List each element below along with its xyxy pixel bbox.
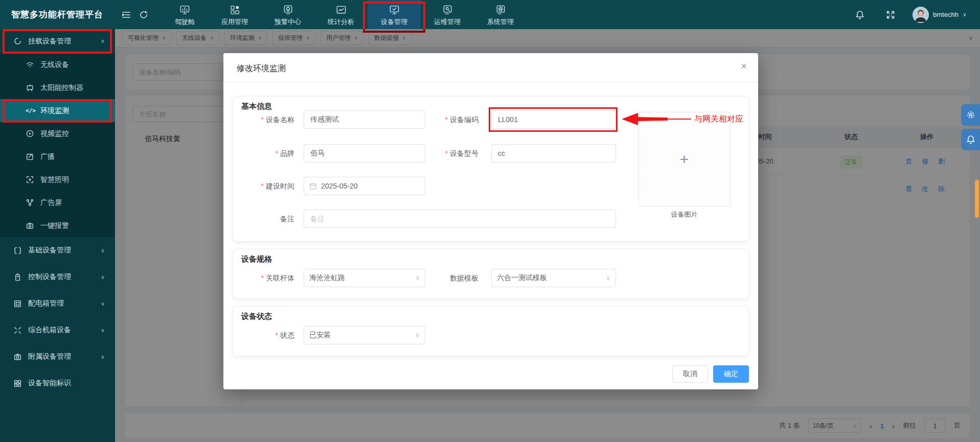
section-title-spec: 设备规格 — [241, 254, 272, 264]
play-circle-icon — [26, 129, 34, 138]
user-menu[interactable]: bmtechh ∨ — [913, 7, 967, 23]
required-mark: * — [261, 182, 264, 190]
cabinet-device-icon — [13, 326, 22, 335]
app-title: 智慧多功能杆管理平台 — [0, 9, 118, 20]
chevron-up-icon: ∧ — [101, 38, 105, 44]
nav-item-system[interactable]: 系统管理 — [474, 0, 527, 29]
fullscreen-button[interactable] — [882, 0, 899, 29]
broadcast-icon — [26, 152, 34, 161]
pole-label: *关联杆体 — [233, 269, 294, 287]
chevron-down-icon: ∨ — [101, 300, 105, 307]
alarm-camera-icon — [26, 221, 34, 230]
sidebar-item-solar-controller[interactable]: 太阳能控制器 — [0, 76, 115, 99]
device-name-label: *设备名称 — [233, 110, 294, 129]
notifications-button[interactable] — [851, 0, 869, 29]
mounted-device-icon — [13, 37, 22, 45]
code-icon: </> — [26, 107, 34, 114]
brand-input[interactable] — [304, 144, 425, 162]
status-label: *状态 — [233, 326, 294, 344]
device-management-icon — [389, 4, 400, 16]
dialog-divider — [223, 82, 758, 82]
cockpit-icon — [179, 4, 191, 16]
sidebar-item-ad-screen[interactable]: 广告屏 — [0, 191, 115, 214]
sidebar-item-label: 智慧照明 — [40, 175, 69, 184]
confirm-button[interactable]: 确定 — [713, 365, 749, 383]
bell-icon — [855, 10, 865, 20]
nav-label: 预警中心 — [275, 17, 301, 27]
sidebar-item-wireless[interactable]: 无线设备 — [0, 53, 115, 76]
statistics-icon — [335, 4, 347, 16]
nav-item-operations[interactable]: 运维管理 — [421, 0, 474, 29]
refresh-button[interactable] — [135, 0, 152, 29]
solar-controller-icon — [26, 83, 34, 92]
nav-label: 驾驶舱 — [175, 17, 195, 27]
device-status-card: 设备状态 *状态 已安装 ∨ — [233, 306, 749, 356]
sidebar-group-label: 基础设备管理 — [28, 246, 71, 255]
device-name-input[interactable] — [304, 110, 425, 129]
bell-icon — [966, 134, 976, 145]
power-box-icon — [13, 299, 22, 308]
sidebar-group-cabinet-devices[interactable]: 综合机箱设备 ∨ — [0, 317, 115, 343]
section-title-status: 设备状态 — [241, 312, 272, 321]
required-mark: * — [261, 115, 264, 124]
fullscreen-icon — [885, 10, 896, 20]
required-mark: * — [261, 274, 264, 282]
sidebar-group-attached-devices[interactable]: 附属设备管理 ∨ — [0, 343, 115, 370]
wifi-icon — [26, 60, 34, 69]
sidebar-item-video-surveillance[interactable]: 视频监控 — [0, 122, 115, 145]
device-model-input[interactable] — [491, 144, 616, 162]
alert-float-button[interactable] — [961, 129, 980, 150]
top-header: 智慧多功能杆管理平台 驾驶舱 应用管理 预警中心 统计分析 — [0, 0, 980, 29]
user-chevron-down-icon: ∨ — [963, 11, 967, 18]
required-mark: * — [276, 149, 278, 157]
nav-item-warning-center[interactable]: 预警中心 — [261, 0, 314, 29]
sidebar-group-control-devices[interactable]: 控制设备管理 ∨ — [0, 264, 115, 290]
nav-label: 设备管理 — [381, 17, 407, 27]
pole-select[interactable]: 海沧沧虹路 ∨ — [304, 269, 425, 287]
collapse-menu-button[interactable] — [118, 0, 135, 29]
nav-item-device-management[interactable]: 设备管理 — [368, 0, 421, 29]
nav-item-apps[interactable]: 应用管理 — [208, 0, 261, 29]
sidebar-item-smart-lighting[interactable]: 智慧照明 — [0, 168, 115, 191]
sidebar-group-label: 综合机箱设备 — [28, 325, 71, 335]
upload-label: 设备图片 — [638, 210, 731, 219]
sidebar-item-broadcast[interactable]: 广播 — [0, 145, 115, 168]
nav-label: 运维管理 — [434, 17, 461, 27]
sidebar-item-label: 环境监测 — [40, 106, 69, 115]
device-code-field — [491, 110, 616, 129]
chevron-down-icon: ∨ — [415, 332, 420, 339]
device-code-input[interactable] — [491, 110, 616, 129]
cancel-button[interactable]: 取消 — [672, 365, 708, 383]
app-root: 智慧多功能杆管理平台 驾驶舱 应用管理 预警中心 统计分析 — [0, 0, 980, 442]
sidebar-item-one-key-alarm[interactable]: 一键报警 — [0, 214, 115, 237]
pole-value: 海沧沧虹路 — [309, 273, 345, 283]
sidebar-group-mounted-devices[interactable]: 挂载设备管理 ∧ — [0, 29, 115, 53]
sidebar-group-power-box[interactable]: 配电箱管理 ∨ — [0, 290, 115, 317]
nav-item-statistics[interactable]: 统计分析 — [314, 0, 368, 29]
sidebar-submenu: 无线设备 太阳能控制器 </> 环境监测 视频监控 广播 智慧照明 — [0, 53, 115, 237]
nav-label: 统计分析 — [328, 17, 354, 27]
dialog-close-button[interactable]: × — [741, 60, 747, 72]
build-time-value: 2025-05-20 — [321, 182, 358, 190]
system-management-icon — [495, 4, 507, 16]
build-time-picker[interactable]: 2025-05-20 — [304, 177, 425, 195]
remark-label: 备注 — [233, 210, 294, 228]
sidebar-item-label: 视频监控 — [40, 129, 69, 138]
sidebar-group-label: 控制设备管理 — [28, 272, 71, 282]
sidebar-item-label: 广告屏 — [40, 198, 62, 207]
sidebar-group-basic-devices[interactable]: 基础设备管理 ∨ — [0, 237, 115, 264]
nav-item-cockpit[interactable]: 驾驶舱 — [162, 0, 208, 29]
status-select[interactable]: 已安装 ∨ — [304, 326, 425, 344]
required-mark: * — [445, 149, 448, 157]
smart-lighting-icon — [26, 175, 34, 184]
sidebar-item-environment-monitoring[interactable]: </> 环境监测 — [0, 99, 115, 122]
data-template-select[interactable]: 六合一测试模板 ∨ — [491, 269, 616, 287]
scrollbar-thumb[interactable] — [975, 180, 979, 218]
sidebar-item-smart-id[interactable]: 设备智能标识 — [0, 370, 115, 397]
chevron-down-icon: ∨ — [101, 327, 105, 334]
sidebar-group-label: 配电箱管理 — [28, 299, 64, 308]
settings-float-button[interactable] — [961, 104, 980, 126]
required-mark: * — [445, 115, 448, 124]
basic-device-icon — [13, 246, 22, 255]
remark-input[interactable] — [304, 210, 616, 228]
